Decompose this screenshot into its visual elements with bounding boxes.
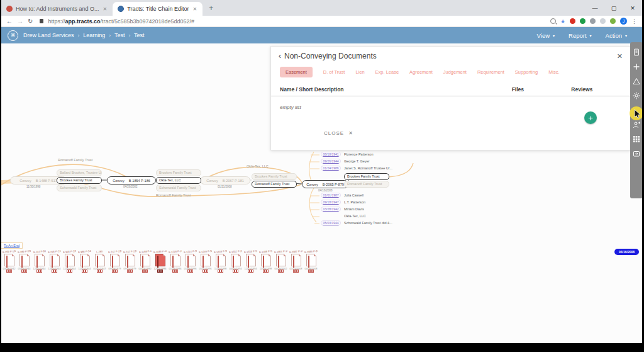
extension-gray-icon[interactable]: [590, 18, 596, 24]
report-menu[interactable]: Report▾: [569, 32, 592, 39]
column-reviews: Reviews: [571, 86, 621, 93]
document-type-tab[interactable]: Misc.: [548, 69, 560, 75]
document-thumbnail[interactable]: L-265 01/01/1947: [93, 250, 106, 270]
forward-icon[interactable]: →: [17, 18, 23, 25]
back-icon[interactable]: ←: [6, 18, 13, 25]
document-thumbnail[interactable]: B-1218 P-17 01/24/1986: [169, 250, 182, 270]
event-date-link[interactable]: 09/26/1944: [321, 159, 341, 164]
reload-icon[interactable]: ↻: [28, 18, 33, 25]
modal-back-chevron-icon[interactable]: ‹: [279, 52, 281, 60]
document-thumbnail[interactable]: B-259 P-102 03/28/1942: [3, 250, 16, 270]
breadcrumb-company[interactable]: Drew Land Services: [23, 32, 74, 38]
tab-close-icon[interactable]: ✕: [103, 6, 108, 13]
extension-green-icon[interactable]: [580, 18, 586, 24]
owner-box[interactable]: Romanoff Family Trust: [344, 181, 389, 188]
ownership-stack: Brookes Family Trust Romanoff Family Tru…: [252, 173, 297, 188]
document-type-tab[interactable]: Exp. Lease: [375, 69, 399, 75]
owner-box[interactable]: Romanoff Family Trust: [252, 181, 297, 188]
chevron-separator: ›: [128, 33, 130, 38]
event-date-link[interactable]: 01/24/1986: [321, 166, 341, 171]
owner-box[interactable]: Brookes Family Trust: [57, 177, 102, 184]
extension-red-icon[interactable]: [570, 18, 575, 24]
document-type-tab[interactable]: Easement: [280, 67, 313, 77]
profile-avatar[interactable]: J: [620, 18, 627, 25]
document-thumbnail[interactable]: B-1488 P-517 11/30/1998: [259, 250, 272, 270]
document-type-tab[interactable]: Requirement: [477, 69, 504, 75]
document-type-tab[interactable]: Agreement: [409, 69, 433, 75]
tracts-logo-icon[interactable]: ⌘: [8, 30, 18, 41]
event-date-link[interactable]: 09/18/1947: [321, 200, 341, 205]
event-date-link[interactable]: 08/18/1941: [321, 152, 341, 157]
document-thumbnail[interactable]: B-1188 P-4 04/14/1980: [138, 250, 152, 270]
document-thumbnail[interactable]: B-218 P-217 12/04/1944: [48, 250, 61, 270]
document-thumbnail[interactable]: B-1214 P-55 01/06/1996: [184, 250, 197, 270]
document-type-tab[interactable]: Judgement: [443, 69, 467, 75]
event-date-link[interactable]: 05/03/1944: [321, 220, 341, 225]
document-type-tab[interactable]: D. of Trust: [323, 69, 345, 75]
ssl-lock-icon[interactable]: [40, 19, 43, 23]
document-type-tab[interactable]: Lien: [355, 69, 364, 75]
document-thumbnail[interactable]: B-269 P-550 05/03/1944: [18, 250, 31, 270]
breadcrumb-tract[interactable]: Test: [114, 32, 125, 38]
add-person-icon[interactable]: [633, 121, 640, 128]
close-window-button[interactable]: ✕: [623, 5, 642, 11]
document-page-icon: [246, 254, 256, 266]
convey-glyph-icon: [36, 256, 43, 263]
new-tab-button[interactable]: +: [203, 4, 219, 13]
document-thumbnail[interactable]: B-2067 P-181 01/21/2008: [289, 250, 303, 270]
convey-node[interactable]: ConveyB-1854 P-186: [107, 176, 156, 185]
search-icon[interactable]: [550, 18, 556, 24]
event-row: 09/26/1944 George T. Geyer: [321, 159, 392, 163]
owner-box[interactable]: Brookes Family Trust: [252, 173, 297, 180]
owner-box[interactable]: Okla-Tex, LLC: [156, 177, 201, 184]
convey-node[interactable]: ConveyB-2065 P-879: [302, 180, 348, 188]
settings-icon[interactable]: [633, 92, 640, 99]
event-list-top: 08/18/1941 Florence Patterson 09/26/1944…: [321, 152, 392, 170]
add-document-button[interactable]: +: [584, 111, 597, 124]
export-icon[interactable]: [633, 150, 640, 157]
modal-close-icon[interactable]: ✕: [617, 52, 623, 60]
document-thumbnail[interactable]: B-742 P-136 09/18/1979: [108, 250, 121, 270]
owner-box[interactable]: Schonwald Family Trust: [156, 185, 201, 191]
document-icon[interactable]: [633, 48, 640, 56]
document-thumbnail[interactable]: B-1533 P-54 12/15/1994: [244, 250, 257, 270]
event-date-link[interactable]: 03/28/1942: [321, 207, 341, 212]
document-thumbnail[interactable]: B-742 P-133 09/15/1979: [123, 250, 136, 270]
owner-box[interactable]: Brookes Family Trust: [156, 169, 201, 176]
owner-box[interactable]: Schonwald Family Trust: [57, 185, 102, 191]
document-thumbnail[interactable]: B-1448 P-53 11/13/1998: [214, 250, 227, 270]
breadcrumb-page[interactable]: Test: [134, 32, 145, 38]
document-thumbnail[interactable]: B-2065 P-879 04/16/2008: [304, 250, 318, 270]
document-thumbnail[interactable]: B-1854 P-186 04/26/2002: [274, 250, 287, 270]
minimize-button[interactable]: —: [586, 5, 604, 11]
action-menu[interactable]: Action▾: [606, 32, 627, 39]
extension-lightgreen-icon[interactable]: [610, 18, 616, 24]
grid-icon[interactable]: [633, 135, 640, 143]
owner-box[interactable]: Brookes Family Trust: [344, 173, 389, 180]
event-name: Miriam Davis: [344, 207, 364, 211]
browser-tab-tracts[interactable]: Tracts: Title Chain Editor ✕: [113, 2, 203, 16]
breadcrumb-project[interactable]: Learning: [83, 32, 105, 38]
document-thumbnail[interactable]: B-114 P-88 12/05/1944: [33, 250, 46, 270]
to-an-end-link[interactable]: To An End: [1, 242, 23, 249]
document-thumbnail[interactable]: B-318 P-228 12/15/1944: [63, 250, 76, 270]
document-thumbnail[interactable]: B-1185 P-41 12/01/1986: [153, 250, 167, 270]
bookmark-star-icon[interactable]: ★: [560, 18, 565, 25]
chrome-menu-icon[interactable]: ⋮: [631, 18, 637, 25]
url-field[interactable]: https://app.tracts.co/tract/5c585b3b0974…: [48, 18, 546, 25]
tab-close-icon[interactable]: ✕: [192, 6, 197, 13]
event-date-link[interactable]: 01/01/1987: [321, 193, 341, 198]
browser-tab-howto[interactable]: How to: Add Instruments and O... ✕: [1, 2, 113, 16]
document-type-tab[interactable]: Supporting: [515, 69, 538, 75]
document-thumbnail[interactable]: B-366 P-548 12/15/1944: [78, 250, 91, 270]
convey-node[interactable]: ConveyB-2067 P-181: [200, 176, 250, 185]
extension-lightgray-icon[interactable]: [600, 18, 606, 24]
document-thumbnail[interactable]: B-1532 P-21 04/05/1994: [229, 250, 242, 270]
maximize-button[interactable]: ▢: [604, 5, 623, 11]
document-thumbnail[interactable]: B-1249 P-52 05/12/1996: [199, 250, 212, 270]
close-button[interactable]: CLOSE ✕: [324, 130, 353, 136]
view-menu[interactable]: View▾: [537, 32, 555, 39]
triangle-icon[interactable]: [633, 77, 640, 85]
owner-box[interactable]: Ballard Brookes, Trustee U/t...: [57, 169, 102, 176]
add-icon[interactable]: [633, 63, 640, 71]
